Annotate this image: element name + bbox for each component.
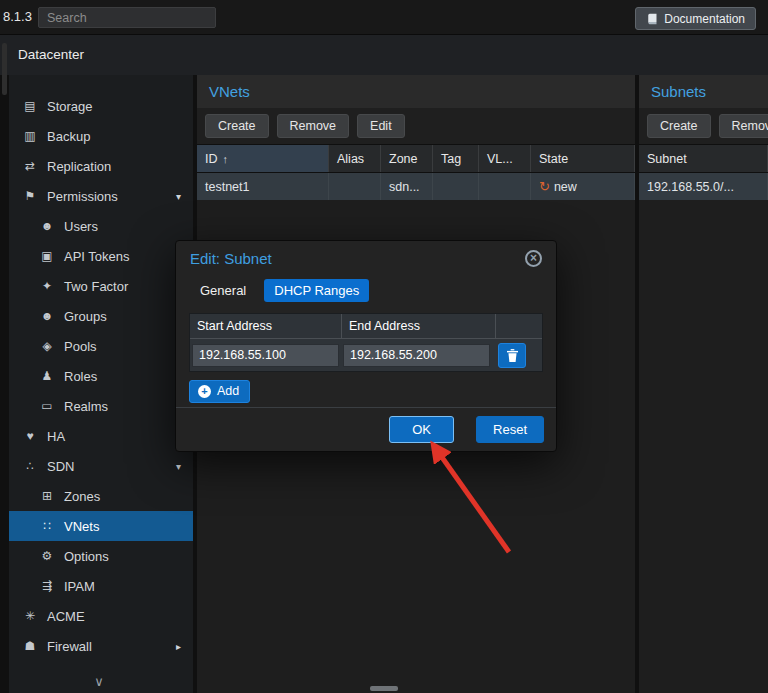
- subnets-table-row[interactable]: 192.168.55.0/...: [639, 173, 768, 200]
- vnets-network-icon: ∷: [39, 519, 55, 533]
- column-header-actions: [496, 314, 542, 338]
- subnets-remove-button[interactable]: Remove: [719, 114, 768, 138]
- column-header-zone[interactable]: Zone: [381, 145, 433, 172]
- subnets-panel-header: Subnets: [639, 75, 768, 108]
- dialog-title: Edit: Subnet: [190, 250, 272, 267]
- sidebar-scroll-more-icon[interactable]: ∨: [9, 674, 193, 689]
- delete-range-button[interactable]: [498, 343, 526, 368]
- realms-icon: ▭: [39, 399, 55, 413]
- top-bar: 8.1.3 Documentation: [0, 0, 768, 35]
- sidebar-item-groups[interactable]: ☻ Groups: [9, 301, 193, 331]
- column-header-zone-label: Zone: [389, 152, 418, 166]
- cell-state: ↻ new: [531, 173, 635, 200]
- add-button-label: Add: [217, 384, 239, 398]
- sidebar-item-ha[interactable]: ♥ HA ▸: [9, 421, 193, 451]
- subnets-panel-title: Subnets: [651, 83, 706, 100]
- column-header-alias[interactable]: Alias: [329, 145, 381, 172]
- subnets-toolbar: Create Remove: [639, 108, 768, 145]
- start-address-header-label: Start Address: [197, 319, 272, 333]
- search-input[interactable]: [38, 7, 216, 28]
- sidebar-item-label: Backup: [47, 129, 90, 144]
- sidebar-item-firewall[interactable]: ☗ Firewall ▸: [9, 631, 193, 661]
- breadcrumb: Datacenter: [0, 35, 768, 75]
- sidebar-item-replication[interactable]: ⇄ Replication: [9, 151, 193, 181]
- column-header-tag[interactable]: Tag: [433, 145, 479, 172]
- column-header-vlan[interactable]: VL...: [479, 145, 531, 172]
- sdn-share-icon: ∴: [22, 459, 38, 473]
- plus-circle-icon: +: [198, 385, 211, 398]
- sidebar-item-label: Storage: [47, 99, 93, 114]
- version-label: 8.1.3: [3, 9, 32, 24]
- ipam-signs-icon: ⇶: [39, 579, 55, 593]
- column-header-end-address: End Address: [342, 314, 496, 338]
- caret-right-icon: ▸: [176, 641, 181, 652]
- sidebar-item-pools[interactable]: ◈ Pools: [9, 331, 193, 361]
- sidebar-item-label: Users: [64, 219, 98, 234]
- column-header-tag-label: Tag: [441, 152, 461, 166]
- dhcp-ranges-grid: Start Address End Address: [189, 313, 543, 372]
- sidebar-item-vnets[interactable]: ∷ VNets: [9, 511, 193, 541]
- pools-tag-icon: ◈: [39, 339, 55, 353]
- caret-down-icon: ▾: [176, 191, 181, 202]
- cell-id: testnet1: [197, 173, 329, 200]
- column-header-vlan-label: VL...: [487, 152, 513, 166]
- column-header-subnet[interactable]: Subnet: [639, 145, 768, 172]
- sidebar-item-zones[interactable]: ⊞ Zones: [9, 481, 193, 511]
- sidebar-item-label: Roles: [64, 369, 97, 384]
- sidebar-item-permissions[interactable]: ⚑ Permissions ▾: [9, 181, 193, 211]
- two-factor-key-icon: ✦: [39, 279, 55, 293]
- reset-button[interactable]: Reset: [476, 416, 544, 443]
- column-header-id[interactable]: ID ↑: [197, 145, 329, 172]
- end-address-cell: [341, 344, 492, 367]
- sidebar-item-sdn[interactable]: ∴ SDN ▾: [9, 451, 193, 481]
- permissions-icon: ⚑: [22, 189, 38, 203]
- vnets-table-row[interactable]: testnet1 sdn... ↻ new: [197, 173, 635, 200]
- subnets-create-button[interactable]: Create: [647, 114, 711, 138]
- close-icon[interactable]: ×: [525, 250, 542, 267]
- vnets-edit-button[interactable]: Edit: [357, 114, 405, 138]
- page-title: Datacenter: [18, 47, 84, 62]
- book-icon: [646, 13, 658, 25]
- sidebar-item-api-tokens[interactable]: ▣ API Tokens: [9, 241, 193, 271]
- sidebar-item-backup[interactable]: ▥ Backup: [9, 121, 193, 151]
- sidebar-item-ipam[interactable]: ⇶ IPAM: [9, 571, 193, 601]
- dhcp-grid-header: Start Address End Address: [190, 314, 542, 339]
- cell-alias: [329, 173, 381, 200]
- sidebar-item-label: Replication: [47, 159, 111, 174]
- sidebar-item-label: Options: [64, 549, 109, 564]
- documentation-button[interactable]: Documentation: [635, 7, 756, 30]
- state-text: new: [554, 180, 577, 194]
- column-header-subnet-label: Subnet: [647, 152, 687, 166]
- start-address-input[interactable]: [192, 344, 339, 367]
- sidebar-item-realms[interactable]: ▭ Realms: [9, 391, 193, 421]
- vnets-panel-title: VNets: [209, 83, 250, 100]
- replication-icon: ⇄: [22, 159, 38, 173]
- horizontal-scrollbar-thumb[interactable]: [370, 686, 398, 691]
- vnets-create-button[interactable]: Create: [205, 114, 269, 138]
- sidebar-item-label: ACME: [47, 609, 85, 624]
- vnets-remove-button[interactable]: Remove: [277, 114, 350, 138]
- vnets-table-header: ID ↑ Alias Zone Tag VL... State: [197, 145, 635, 173]
- tab-dhcp-ranges[interactable]: DHCP Ranges: [264, 279, 369, 302]
- end-address-input[interactable]: [343, 344, 490, 367]
- cell-subnet: 192.168.55.0/...: [639, 173, 768, 200]
- sidebar-item-label: Two Factor: [64, 279, 128, 294]
- sidebar-item-acme[interactable]: ✳ ACME: [9, 601, 193, 631]
- groups-icon: ☻: [39, 309, 55, 323]
- sidebar-item-two-factor[interactable]: ✦ Two Factor: [9, 271, 193, 301]
- sort-ascending-icon: ↑: [223, 153, 229, 165]
- sidebar-item-roles[interactable]: ♟ Roles: [9, 361, 193, 391]
- column-header-state[interactable]: State: [531, 145, 635, 172]
- dialog-header[interactable]: Edit: Subnet ×: [176, 241, 556, 275]
- column-header-start-address: Start Address: [190, 314, 342, 338]
- ha-heart-icon: ♥: [22, 429, 38, 443]
- sidebar-item-label: Firewall: [47, 639, 92, 654]
- panel-expand-handle[interactable]: [2, 43, 7, 95]
- shield-icon: ☗: [22, 639, 38, 653]
- tab-general[interactable]: General: [190, 279, 256, 302]
- sidebar-item-users[interactable]: ☻ Users: [9, 211, 193, 241]
- sidebar-item-options[interactable]: ⚙ Options: [9, 541, 193, 571]
- sidebar-item-storage[interactable]: ▤ Storage: [9, 91, 193, 121]
- ok-button[interactable]: OK: [389, 416, 454, 443]
- add-range-button[interactable]: + Add: [189, 380, 250, 403]
